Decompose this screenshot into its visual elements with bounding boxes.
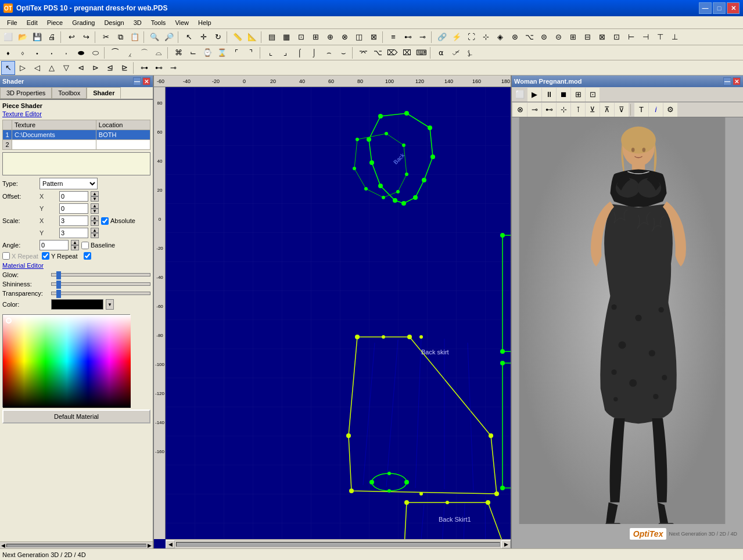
- scale-x-spinner[interactable]: ▲ ▼: [91, 216, 99, 226]
- tb2-b13[interactable]: ⌙: [186, 46, 200, 60]
- tb2-b7[interactable]: ⬭: [88, 46, 102, 60]
- tb-copy[interactable]: ⧉: [113, 30, 127, 44]
- glow-slider-thumb[interactable]: [56, 271, 61, 279]
- menu-piece[interactable]: Piece: [42, 18, 68, 27]
- tb-print[interactable]: 🖨: [45, 30, 59, 44]
- tb-b15[interactable]: ⊹: [479, 30, 493, 44]
- menu-design[interactable]: Design: [99, 18, 128, 27]
- 3d-panel-close[interactable]: ✕: [733, 77, 741, 85]
- tb-zoom-out[interactable]: 🔎: [162, 30, 176, 44]
- 3d-tb2-b10[interactable]: i: [649, 103, 663, 117]
- tb2-b3[interactable]: ⬩: [30, 46, 44, 60]
- panel-close-button[interactable]: ✕: [142, 77, 150, 85]
- color-picker[interactable]: [2, 314, 130, 407]
- tb-zoom-in[interactable]: 🔍: [148, 30, 161, 44]
- color-dropdown-arrow[interactable]: ▼: [106, 299, 114, 310]
- tb3-b11[interactable]: ⊸: [166, 61, 180, 75]
- tb2-b17[interactable]: ⌝: [244, 46, 258, 60]
- tb-b24[interactable]: ⊡: [609, 30, 623, 44]
- tb2-b16[interactable]: ⌜: [229, 46, 243, 60]
- scroll-left-btn[interactable]: ◀: [166, 540, 175, 548]
- scale-x-up[interactable]: ▲: [91, 216, 99, 221]
- tb3-b6[interactable]: ⊳: [88, 61, 102, 75]
- tb-b10[interactable]: ⊷: [401, 30, 415, 44]
- color-swatch[interactable]: [51, 299, 103, 310]
- tb-b7[interactable]: ◫: [352, 30, 366, 44]
- menu-help[interactable]: Help: [193, 18, 216, 27]
- tb-paste[interactable]: 📋: [128, 30, 142, 44]
- transparency-slider-thumb[interactable]: [56, 290, 61, 298]
- scroll-right-btn[interactable]: ▶: [501, 540, 511, 548]
- tb-b9[interactable]: ≡: [386, 30, 400, 44]
- tb2-b8[interactable]: ⁀: [108, 46, 122, 60]
- canvas-area[interactable]: -60 -40 -20 0 20 40 60 80 100 120 140 16…: [154, 76, 511, 548]
- tb2-b28[interactable]: ⌨: [414, 46, 428, 60]
- baseline-checkbox[interactable]: [81, 242, 89, 249]
- tb-ruler[interactable]: 📐: [245, 30, 259, 44]
- menu-edit[interactable]: Edit: [22, 18, 42, 27]
- panel-scrollbar[interactable]: ◀ ▶: [0, 541, 153, 548]
- tb2-b18[interactable]: ⌞: [264, 46, 278, 60]
- menu-grading[interactable]: Grading: [67, 18, 99, 27]
- 3d-tb2-b9[interactable]: T: [634, 103, 648, 117]
- offset-x-down[interactable]: ▼: [91, 196, 99, 202]
- tb2-b23[interactable]: ⌣: [336, 46, 350, 60]
- 3d-model-view[interactable]: OptiTex Next Generation 3D / 2D / 4D: [512, 117, 743, 548]
- x-repeat-checkbox[interactable]: [2, 252, 10, 260]
- 3d-tb2-b3[interactable]: ⊷: [542, 103, 556, 117]
- angle-input[interactable]: [40, 240, 69, 250]
- scale-y-up[interactable]: ▲: [91, 228, 99, 233]
- minimize-button[interactable]: —: [699, 2, 712, 14]
- tb2-b19[interactable]: ⌟: [278, 46, 292, 60]
- tb2-b12[interactable]: ⌘: [171, 46, 185, 60]
- tb-measure[interactable]: 📏: [231, 30, 245, 44]
- shininess-slider-thumb[interactable]: [56, 281, 61, 289]
- scale-y-input[interactable]: [59, 228, 88, 238]
- tb-b3[interactable]: ⊡: [294, 30, 308, 44]
- scroll-right-arrow[interactable]: ▶: [148, 543, 152, 548]
- tb-b26[interactable]: ⊣: [638, 30, 652, 44]
- scale-x-down[interactable]: ▼: [91, 221, 99, 226]
- tb-undo[interactable]: ↩: [64, 30, 78, 44]
- tb2-b21[interactable]: ⌡: [307, 46, 321, 60]
- tb-b20[interactable]: ⊝: [551, 30, 565, 44]
- default-material-button[interactable]: Default Material: [2, 410, 150, 423]
- tb-b13[interactable]: ⚡: [450, 30, 464, 44]
- scale-y-spinner[interactable]: ▲ ▼: [91, 228, 99, 238]
- tb3-b2[interactable]: ◁: [30, 61, 44, 75]
- 3d-tb-b6[interactable]: ⊡: [586, 88, 600, 102]
- tb2-b10[interactable]: ⌒: [137, 46, 151, 60]
- absolute-checkbox[interactable]: [101, 217, 109, 225]
- menu-file[interactable]: File: [2, 18, 22, 27]
- 3d-tb-b2[interactable]: ▶: [527, 88, 541, 102]
- tb2-b2[interactable]: ⬨: [16, 46, 30, 60]
- tb-redo[interactable]: ↪: [79, 30, 93, 44]
- color-picker-canvas[interactable]: [3, 315, 131, 408]
- tab-3d-properties[interactable]: 3D Properties: [0, 87, 52, 99]
- tb-b22[interactable]: ⊟: [580, 30, 594, 44]
- 3d-tb2-b4[interactable]: ⊹: [557, 103, 570, 117]
- menu-tools[interactable]: Tools: [146, 18, 171, 27]
- angle-spinner[interactable]: ▲ ▼: [71, 240, 79, 250]
- tb-b1[interactable]: ▤: [265, 30, 279, 44]
- tb-b21[interactable]: ⊞: [566, 30, 580, 44]
- 3d-tb2-b1[interactable]: ⊗: [513, 103, 527, 117]
- tb-b5[interactable]: ⊕: [323, 30, 337, 44]
- tb3-b7[interactable]: ⊴: [103, 61, 117, 75]
- texture-row-2[interactable]: 2: [3, 140, 150, 150]
- 3d-tb-b3[interactable]: ⏸: [542, 88, 556, 102]
- tb3-b10[interactable]: ⊷: [152, 61, 166, 75]
- tb-b17[interactable]: ⊛: [508, 30, 522, 44]
- menu-3d[interactable]: 3D: [129, 18, 146, 27]
- material-editor-title[interactable]: Material Editor: [2, 262, 150, 269]
- maximize-button[interactable]: □: [713, 2, 726, 14]
- tb3-select[interactable]: ↖: [1, 61, 15, 75]
- tab-toolbox[interactable]: Toolbox: [52, 87, 87, 99]
- angle-up[interactable]: ▲: [71, 240, 79, 245]
- tb-open[interactable]: 📂: [16, 30, 30, 44]
- 3d-tb2-b7[interactable]: ⊼: [600, 103, 614, 117]
- 3d-tb2-b11[interactable]: ⚙: [663, 103, 677, 117]
- tb-b14[interactable]: ⛶: [464, 30, 478, 44]
- close-button[interactable]: ✕: [727, 2, 740, 14]
- tb2-b1[interactable]: ⬧: [1, 46, 15, 60]
